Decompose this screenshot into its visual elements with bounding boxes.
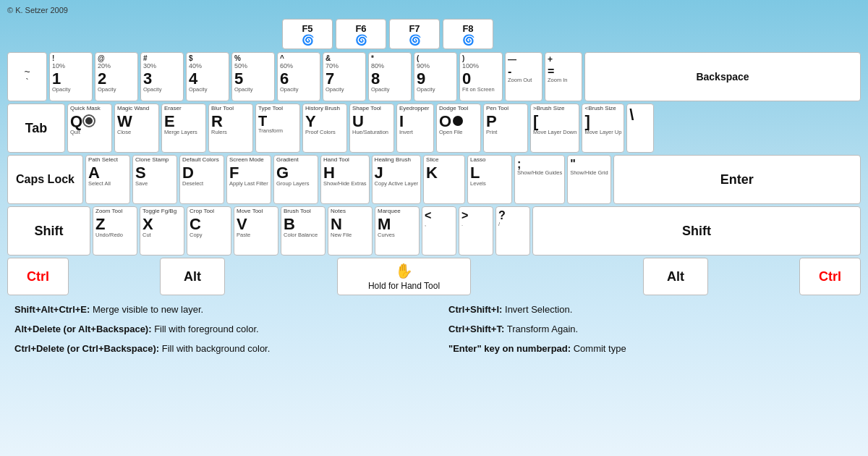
key-l[interactable]: LassoLLevels — [467, 155, 512, 204]
minus-key[interactable]: — - Zoom Out — [505, 52, 542, 101]
key-slash[interactable]: ?/ — [495, 206, 530, 256]
key-z[interactable]: Zoom ToolZUndo/Redo — [93, 206, 137, 256]
fkey-row: F5🌀 F6🌀 F7🌀 F8🌀 — [282, 19, 861, 49]
key-f[interactable]: Screen ModeFApply Last Filter — [226, 155, 271, 204]
key-g[interactable]: GradientGGroup Layers — [273, 155, 318, 204]
key-6[interactable]: ^60%6Opacity — [277, 52, 320, 101]
key-3[interactable]: #30%3Opacity — [140, 52, 184, 101]
f8-key[interactable]: F8🌀 — [443, 19, 493, 49]
number-row: ~ ` !10%1Opacity @20%2Opacity #30%3Opaci… — [7, 52, 861, 101]
key-x[interactable]: Toggle Fg/BgXCut — [140, 206, 184, 256]
tilde-key[interactable]: ~ ` — [7, 52, 47, 101]
alt-right-key[interactable]: Alt — [643, 258, 708, 295]
backspace-key[interactable]: Backspace — [584, 52, 861, 101]
key-e[interactable]: EraserEMerge Layers — [161, 104, 206, 153]
copyright: © K. Setzer 2009 — [7, 6, 861, 14]
key-i[interactable]: EyedropperIInvert — [396, 104, 434, 153]
key-comma[interactable]: <, — [422, 206, 456, 256]
hand-icon: ✋ — [395, 262, 413, 279]
f5-key[interactable]: F5🌀 — [282, 19, 333, 49]
shortcut-1: Shift+Alt+Ctrl+E: Merge visible to new l… — [14, 301, 420, 318]
key-period[interactable]: >. — [459, 206, 493, 256]
hand-tool-key[interactable]: ✋ Hold for Hand Tool — [337, 258, 471, 295]
key-c[interactable]: Crop ToolCCopy — [187, 206, 231, 256]
key-q[interactable]: Quick MaskQQuit — [67, 104, 112, 153]
key-4[interactable]: $40%4Opacity — [186, 52, 229, 101]
shortcuts-section: Shift+Alt+Ctrl+E: Merge visible to new l… — [7, 301, 861, 357]
key-9[interactable]: (90%9Opacity — [414, 52, 457, 101]
shift-left-key[interactable]: Shift — [7, 206, 90, 256]
shortcut-2: Ctrl+Shift+I: Invert Selection. — [448, 301, 854, 318]
bottom-row: Ctrl Alt ✋ Hold for Hand Tool Alt Ctrl — [7, 258, 861, 295]
key-7[interactable]: &70%7Opacity — [323, 52, 366, 101]
key-p[interactable]: Pen ToolPPrint — [483, 104, 528, 153]
asdf-row: Caps Lock Path SelectASelect All Clone S… — [7, 155, 861, 204]
key-d[interactable]: Default ColorsDDeselect — [179, 155, 224, 204]
key-8[interactable]: *80%8Opacity — [368, 52, 412, 101]
page-wrapper: © K. Setzer 2009 F5🌀 F6🌀 F7🌀 F8🌀 ~ ` !10… — [0, 0, 868, 363]
key-1[interactable]: !10%1Opacity — [49, 52, 93, 101]
shortcut-4: Ctrl+Shift+T: Transform Again. — [448, 321, 854, 337]
key-o[interactable]: Dodge ToolOOpen File — [436, 104, 481, 153]
key-s[interactable]: Clone StampSSave — [132, 155, 177, 204]
key-t[interactable]: Type ToolTTransform — [255, 104, 300, 153]
zxcv-row: Shift Zoom ToolZUndo/Redo Toggle Fg/BgXC… — [7, 206, 861, 256]
key-v[interactable]: Move ToolVPaste — [234, 206, 278, 256]
key-bracket-close[interactable]: <Brush Size]Move Layer Up — [582, 104, 624, 153]
f6-key[interactable]: F6🌀 — [336, 19, 386, 49]
key-w[interactable]: Magic WandWClose — [114, 104, 159, 153]
key-b[interactable]: Brush ToolBColor Balance — [281, 206, 326, 256]
f7-key[interactable]: F7🌀 — [389, 19, 440, 49]
shortcut-5: Ctrl+Delete (or Ctrl+Backspace): Fill wi… — [14, 340, 420, 357]
key-k[interactable]: SliceK — [423, 155, 465, 204]
key-5[interactable]: %50%5Opacity — [231, 52, 275, 101]
key-2[interactable]: @20%2Opacity — [95, 52, 138, 101]
key-a[interactable]: Path SelectASelect All — [85, 155, 130, 204]
ctrl-left-key[interactable]: Ctrl — [7, 258, 69, 295]
key-u[interactable]: Shape ToolUHue/Saturation — [349, 104, 394, 153]
key-bracket-open[interactable]: >Brush Size[Move Layer Down — [530, 104, 579, 153]
alt-left-key[interactable]: Alt — [160, 258, 225, 295]
key-m[interactable]: MarqueeMCurves — [375, 206, 420, 256]
key-0[interactable]: )100%0Fit on Screen — [459, 52, 503, 101]
shift-right-key[interactable]: Shift — [532, 206, 861, 256]
key-y[interactable]: History BrushYProof Colors — [302, 104, 347, 153]
shortcut-3: Alt+Delete (or Alt+Backspace): Fill with… — [14, 321, 420, 337]
qwerty-row: Tab Quick MaskQQuit Magic WandWClose Era… — [7, 104, 861, 153]
key-semicolon[interactable]: ;Show/Hide Guides — [514, 155, 565, 204]
tab-key[interactable]: Tab — [7, 104, 65, 153]
ctrl-right-key[interactable]: Ctrl — [799, 258, 861, 295]
key-h[interactable]: Hand ToolHShow/Hide Extras — [320, 155, 370, 204]
shortcut-6: "Enter" key on numberpad: Commit type — [448, 340, 854, 357]
key-j[interactable]: Healing BrushJCopy Active Layer — [372, 155, 421, 204]
key-n[interactable]: NotesNNew File — [328, 206, 373, 256]
plus-key[interactable]: + = Zoom In — [545, 52, 582, 101]
key-r[interactable]: Blur ToolRRulers — [208, 104, 253, 153]
capslock-key[interactable]: Caps Lock — [7, 155, 83, 204]
enter-key[interactable]: Enter — [613, 155, 861, 204]
key-backslash[interactable]: \ — [626, 104, 654, 153]
key-quote[interactable]: "Show/Hide Grid — [567, 155, 611, 204]
